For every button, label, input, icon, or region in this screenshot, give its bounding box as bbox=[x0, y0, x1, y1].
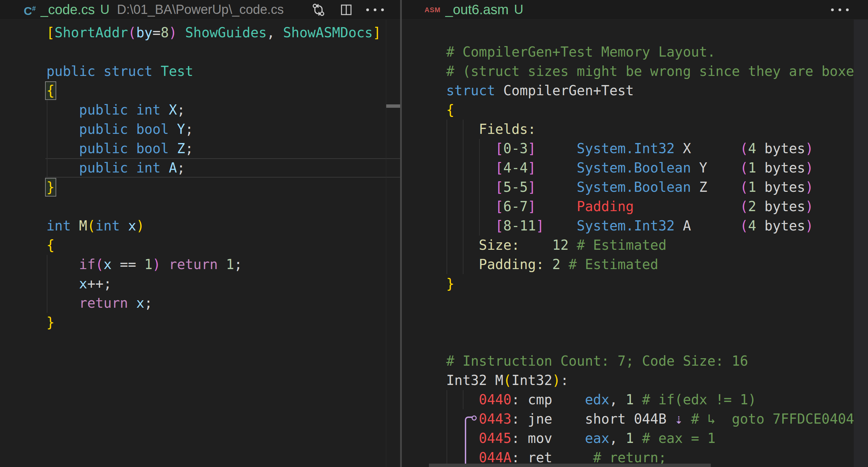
token: x bbox=[136, 295, 144, 311]
token: # Estimated bbox=[577, 237, 666, 253]
code-line[interactable]: 0440: cmp edx, 1 # if(edx != 1) bbox=[402, 390, 756, 409]
code-line[interactable]: struct CompilerGen+Test bbox=[402, 81, 634, 100]
more-actions-icon-left[interactable] bbox=[366, 8, 384, 11]
overview-ruler-border bbox=[386, 20, 386, 467]
token: System.Int32 bbox=[577, 141, 675, 156]
token: # (struct sizes might be wrong since the… bbox=[446, 63, 868, 79]
code-line[interactable]: Size: 12 # Estimated bbox=[402, 236, 666, 255]
token: x bbox=[128, 218, 136, 234]
token: struct bbox=[446, 83, 495, 98]
token: # Instruction Count: 7; Code Size: 16 bbox=[446, 353, 748, 369]
token: eax bbox=[585, 430, 609, 446]
editor-pane-asm[interactable]: # CompilerGen+Test Memory Layout.# (stru… bbox=[402, 20, 868, 467]
token bbox=[446, 121, 479, 137]
code-line[interactable]: # Instruction Count: 7; Code Size: 16 bbox=[402, 351, 748, 371]
token: bytes bbox=[756, 160, 805, 176]
token: ↳ bbox=[707, 411, 716, 427]
token bbox=[691, 218, 740, 234]
token: X bbox=[675, 141, 691, 156]
code-line[interactable] bbox=[402, 293, 446, 313]
token: { bbox=[446, 102, 454, 118]
token: goto 7FFDCE040444 bbox=[732, 411, 868, 427]
code-line[interactable]: public int X; bbox=[0, 100, 185, 120]
code-line[interactable]: [0-3] System.Int32 X (4 bytes) bbox=[402, 139, 813, 158]
code-line[interactable] bbox=[402, 313, 446, 332]
token: ] bbox=[528, 199, 536, 214]
code-line[interactable]: int M(int x) bbox=[0, 216, 144, 236]
code-line[interactable]: # (struct sizes might be wrong since the… bbox=[402, 62, 868, 81]
token: bytes bbox=[756, 141, 805, 156]
token: , bbox=[267, 25, 275, 40]
token bbox=[560, 257, 569, 272]
code-line[interactable]: public bool Z; bbox=[0, 139, 193, 158]
code-line[interactable]: [ShortAddr(by=8) ShowGuides, ShowASMDocs… bbox=[0, 23, 381, 42]
horizontal-scrollbar[interactable] bbox=[429, 464, 711, 467]
token: ) bbox=[805, 160, 813, 176]
code-line[interactable] bbox=[402, 332, 446, 351]
code-line[interactable]: 0443: jne short 044B ⇣ # ↳ goto 7FFDCE04… bbox=[402, 409, 868, 429]
split-editor-icon[interactable] bbox=[339, 3, 353, 17]
code-line[interactable]: x++; bbox=[0, 274, 112, 293]
token: , bbox=[609, 392, 626, 407]
code-line[interactable]: if(x == 1) return 1; bbox=[0, 255, 242, 274]
code-line[interactable]: public int A; bbox=[0, 158, 185, 178]
code-line[interactable]: Fields: bbox=[402, 120, 536, 139]
vertical-scrollbar[interactable] bbox=[854, 20, 868, 467]
token bbox=[707, 160, 740, 176]
tab-title-right[interactable]: _out6.asm bbox=[445, 2, 509, 17]
token: ( bbox=[128, 25, 136, 40]
code-line[interactable]: public bool Y; bbox=[0, 120, 193, 139]
token bbox=[446, 430, 479, 446]
token: 6-7 bbox=[503, 199, 528, 214]
token: 2 bbox=[748, 199, 756, 214]
code-line[interactable]: } bbox=[402, 274, 454, 293]
token bbox=[46, 102, 79, 118]
token: ( bbox=[740, 141, 748, 156]
code-line[interactable]: } bbox=[0, 313, 55, 332]
token: int bbox=[136, 102, 161, 118]
token: int bbox=[136, 160, 161, 176]
code-line[interactable]: { bbox=[0, 236, 55, 255]
code-line[interactable]: [8-11] System.Int32 A (4 bytes) bbox=[402, 216, 813, 236]
token: ) bbox=[152, 257, 161, 272]
token: } bbox=[46, 314, 55, 330]
token: [ bbox=[495, 199, 503, 214]
token: 1 bbox=[144, 257, 152, 272]
code-line[interactable]: 0445: mov eax, 1 # eax = 1 bbox=[402, 429, 716, 448]
token: : bbox=[512, 392, 520, 407]
token bbox=[128, 121, 136, 137]
code-line[interactable]: [6-7] Padding (2 bytes) bbox=[402, 197, 813, 216]
code-line[interactable] bbox=[0, 197, 46, 216]
token: int bbox=[46, 218, 71, 234]
token: bool bbox=[136, 121, 169, 137]
code-line[interactable]: return x; bbox=[0, 293, 152, 313]
open-changes-icon[interactable] bbox=[311, 2, 326, 18]
code-line[interactable]: Padding: 2 # Estimated bbox=[402, 255, 658, 274]
token: [ bbox=[495, 160, 503, 176]
code-line[interactable]: # CompilerGen+Test Memory Layout. bbox=[402, 42, 716, 62]
editor-pane-csharp[interactable]: [ShortAddr(by=8) ShowGuides, ShowASMDocs… bbox=[0, 20, 400, 467]
token: 1 bbox=[748, 179, 756, 195]
code-line[interactable]: } bbox=[0, 178, 55, 197]
token bbox=[634, 430, 642, 446]
more-actions-icon-right[interactable] bbox=[831, 8, 849, 11]
token: { bbox=[46, 237, 55, 253]
token: ] bbox=[528, 141, 536, 156]
code-line[interactable]: { bbox=[0, 81, 55, 100]
code-line[interactable] bbox=[402, 23, 446, 42]
token: CompilerGen+Test bbox=[503, 83, 634, 98]
token bbox=[152, 63, 161, 79]
token bbox=[446, 392, 479, 407]
token: # eax = 1 bbox=[642, 430, 716, 446]
token: edx bbox=[585, 392, 609, 407]
code-line[interactable] bbox=[0, 42, 46, 62]
editor-group-header-left: C# _code.cs U D:\01_BA\PowerUp\_code.cs bbox=[0, 0, 400, 20]
code-line[interactable]: [5-5] System.Boolean Z (1 bytes) bbox=[402, 178, 813, 197]
tab-title-left[interactable]: _code.cs bbox=[41, 2, 95, 17]
code-line[interactable]: [4-4] System.Boolean Y (1 bytes) bbox=[402, 158, 813, 178]
code-line[interactable]: { bbox=[402, 100, 454, 120]
token: # return; bbox=[593, 450, 667, 465]
overview-cursor-marker[interactable] bbox=[386, 104, 400, 108]
code-line[interactable]: public struct Test bbox=[0, 62, 193, 81]
code-line[interactable]: Int32 M(Int32): bbox=[402, 371, 569, 390]
